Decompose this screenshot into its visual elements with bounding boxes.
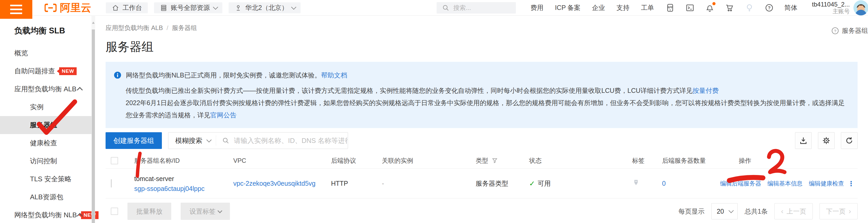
sidebar-menu: 概览 自助问题排查 NEW 应用型负载均衡 ALB 实例 服务器组 健康检查 访…: [0, 44, 95, 223]
account-role: 主账号: [812, 8, 850, 15]
create-server-group-button[interactable]: 创建服务器组: [105, 132, 162, 149]
banner-pay-as-you-go-link[interactable]: 按量付费: [692, 87, 719, 94]
sidebar-item-alb-resource-pack[interactable]: ALB资源包: [0, 188, 95, 206]
chevron-down-icon: [207, 137, 212, 142]
sidebar-item-overview[interactable]: 概览: [0, 44, 95, 62]
set-tag-button[interactable]: 设置标签: [181, 203, 230, 220]
server-group-id-link[interactable]: sgp-ssopa6ctaupj04lppc: [134, 184, 233, 194]
terminal-icon[interactable]: [685, 3, 695, 12]
breadcrumb-parent[interactable]: 应用型负载均衡 ALB: [105, 24, 163, 32]
table-footer: 批量释放 设置标签 每页显示 20 总共1条 ‹ 上一页 下一页 ›: [105, 198, 858, 220]
table-row: tomcat-server sgp-ssopa6ctaupj04lppc vpc…: [105, 169, 858, 198]
toolbar-icons: [795, 132, 858, 149]
nav-link-support[interactable]: 支持: [617, 3, 629, 12]
notifications-bell-icon[interactable]: [705, 3, 714, 12]
nav-link-icp[interactable]: ICP 备案: [555, 3, 581, 12]
top-navbar: 阿里云 工作台 账号全部资源 华北2（北京）: [0, 0, 868, 16]
banner-help-doc-link[interactable]: 帮助文档: [321, 72, 347, 79]
backend-count-link[interactable]: 0: [662, 180, 666, 187]
export-button[interactable]: [795, 132, 812, 149]
sidebar-item-access-control[interactable]: 访问控制: [0, 152, 95, 170]
nav-link-tickets[interactable]: 工单: [641, 3, 654, 12]
search-mode-dropdown[interactable]: 模糊搜索: [168, 135, 216, 146]
nav-link-enterprise[interactable]: 企业: [592, 3, 605, 12]
page-help-label: 服务器组: [842, 26, 868, 35]
account-resources-button[interactable]: 账号全部资源: [154, 2, 222, 13]
app-icon[interactable]: APP: [665, 3, 675, 12]
search-icon: [442, 4, 450, 12]
global-search[interactable]: [437, 2, 516, 13]
banner-announcement-link[interactable]: 官网公告: [210, 111, 237, 119]
chevron-down-icon: [291, 4, 297, 10]
account-menu[interactable]: tb411045_2... 主账号: [812, 0, 868, 16]
sidebar-scrollbar[interactable]: [92, 16, 95, 223]
refresh-icon: [844, 136, 854, 145]
sidebar-item-server-groups[interactable]: 服务器组: [0, 116, 95, 134]
cart-icon[interactable]: [725, 3, 734, 12]
chevron-down-icon: [213, 4, 218, 10]
svg-text:?: ?: [768, 5, 771, 10]
vpc-link[interactable]: vpc-2zekoqe3v0eusqiktd5vg: [233, 180, 315, 187]
page-help-link[interactable]: ? 服务器组: [831, 26, 868, 35]
more-actions-icon[interactable]: ⋮: [848, 182, 855, 185]
filter-icon[interactable]: [491, 157, 498, 164]
batch-release-button[interactable]: 批量释放: [127, 203, 171, 220]
sidebar-group-nlb[interactable]: 网络型负载均衡 NLB NEW: [0, 206, 95, 223]
aliyun-logo-text: 阿里云: [60, 1, 91, 15]
language-selector[interactable]: 简体: [784, 3, 797, 12]
resources-icon: [160, 4, 167, 12]
sidebar-item-health-check[interactable]: 健康检查: [0, 134, 95, 152]
server-group-name: tomcat-server: [134, 174, 233, 184]
breadcrumb-current: 服务器组: [172, 24, 197, 32]
hamburger-menu-button[interactable]: [0, 0, 32, 19]
backend-protocol: HTTP: [331, 180, 382, 187]
scrollbar-up-arrow[interactable]: [92, 22, 95, 24]
prev-page-button[interactable]: ‹ 上一页: [774, 203, 812, 219]
col-header-status: 状态: [529, 157, 632, 165]
prev-arrow-icon: ‹: [781, 207, 783, 216]
new-badge: NEW: [81, 211, 98, 219]
col-header-type: 类型: [476, 157, 529, 165]
edit-health-check-link[interactable]: 编辑健康检查: [809, 179, 844, 188]
page-title: 服务器组: [105, 39, 858, 55]
col-header-instance: 关联的实例: [382, 157, 476, 165]
tag-icon[interactable]: [632, 179, 640, 187]
scrollbar-thumb[interactable]: [92, 29, 95, 223]
home-icon: [112, 4, 119, 12]
status-check-icon: ✓: [529, 179, 535, 188]
sidebar-title: 负载均衡 SLB: [14, 25, 65, 36]
workbench-button[interactable]: 工作台: [106, 2, 148, 13]
location-pin-icon: [234, 4, 242, 12]
global-search-input[interactable]: [453, 4, 510, 11]
settings-button[interactable]: [818, 132, 835, 149]
lightbulb-icon[interactable]: [745, 3, 754, 12]
page-size-select[interactable]: 20: [711, 203, 738, 219]
sidebar-item-tls-policy[interactable]: TLS 安全策略: [0, 170, 95, 188]
row-checkbox[interactable]: [111, 179, 112, 188]
col-header-actions: 操作: [738, 157, 858, 165]
select-all-checkbox[interactable]: [111, 157, 118, 164]
tag-cell[interactable]: [632, 179, 662, 188]
edit-backend-servers-link[interactable]: 编辑后端服务器: [720, 179, 762, 188]
footer-checkbox[interactable]: [111, 207, 118, 215]
gear-icon: [822, 136, 831, 145]
sidebar-item-self-diagnosis[interactable]: 自助问题排查 NEW: [0, 62, 95, 80]
region-selector[interactable]: 华北2（北京）: [228, 2, 301, 13]
col-header-backend-count: 后端服务器数量: [662, 157, 738, 165]
refresh-button[interactable]: [841, 132, 858, 149]
next-page-button[interactable]: 下一页 ›: [819, 203, 858, 219]
table-search: 模糊搜索: [168, 132, 348, 149]
svg-text:?: ?: [834, 28, 836, 33]
table-search-input[interactable]: [234, 137, 348, 145]
col-header-protocol: 后端协议: [331, 157, 382, 165]
next-arrow-icon: ›: [849, 207, 851, 216]
nav-link-billing[interactable]: 费用: [530, 3, 544, 12]
sidebar-group-alb[interactable]: 应用型负载均衡 ALB: [0, 80, 95, 98]
aliyun-logo[interactable]: 阿里云: [44, 1, 91, 15]
help-icon[interactable]: ?: [765, 3, 774, 12]
sidebar-item-instances[interactable]: 实例: [0, 98, 95, 116]
group-type: 服务器类型: [476, 179, 529, 188]
search-icon: [222, 137, 230, 144]
avatar[interactable]: [854, 0, 868, 16]
edit-basic-info-link[interactable]: 编辑基本信息: [767, 179, 803, 188]
